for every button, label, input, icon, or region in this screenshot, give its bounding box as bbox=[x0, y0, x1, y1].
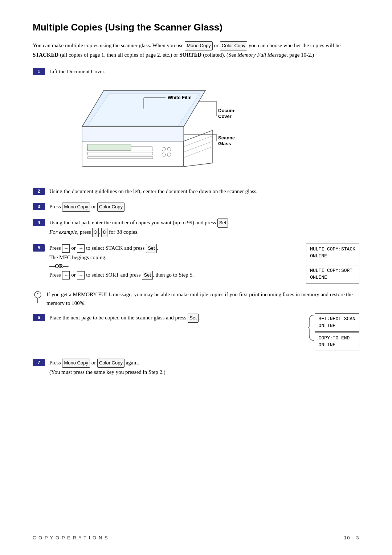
svg-line-9 bbox=[184, 136, 213, 147]
step-3: 3 Press Mono Copy or Color Copy. bbox=[33, 202, 359, 212]
intro-text1: You can make multiple copies using the s… bbox=[33, 42, 184, 48]
svg-rect-8 bbox=[87, 144, 131, 151]
stacked-label: STACKED bbox=[33, 52, 58, 58]
svg-point-5 bbox=[167, 147, 171, 151]
step3-color-copy: Color Copy bbox=[97, 203, 124, 212]
step-2: 2 Using the document guidelines on the l… bbox=[33, 187, 359, 196]
svg-text:Glass: Glass bbox=[218, 141, 231, 146]
step4-key3: 3 bbox=[92, 228, 98, 237]
color-copy-button-ref: Color Copy bbox=[220, 41, 247, 50]
steps-list-continued: 6 Place the next page to be copied on th… bbox=[33, 313, 359, 376]
step7-color-copy: Color Copy bbox=[97, 359, 124, 368]
brace-svg bbox=[307, 313, 315, 342]
step-5-number: 5 bbox=[33, 244, 45, 252]
svg-point-4 bbox=[162, 147, 166, 151]
step-1-content: Lift the Document Cover. bbox=[49, 67, 359, 180]
memory-full-ref: Memory Full Message bbox=[238, 52, 287, 58]
svg-point-28 bbox=[37, 293, 38, 294]
note-block: If you get a MEMORY FULL message, you ma… bbox=[33, 290, 359, 307]
step-4-number: 4 bbox=[33, 219, 45, 226]
svg-point-6 bbox=[162, 153, 166, 156]
footer: C O P Y O P E R A T I O N S 10 - 3 bbox=[0, 535, 392, 540]
step5-lcd-displays: MULTI COPY:STACK ONLINE MULTI COPY:SORT … bbox=[299, 244, 359, 283]
step6-lcd1: SET:NEXT SCAN ONLINE bbox=[315, 313, 359, 332]
step3-mono-copy: Mono Copy bbox=[62, 203, 90, 212]
step-3-number: 3 bbox=[33, 203, 45, 210]
step-1-number: 1 bbox=[33, 68, 45, 75]
svg-point-7 bbox=[167, 153, 171, 156]
sorted-label: SORTED bbox=[179, 52, 201, 58]
step4-key8: 8 bbox=[101, 228, 107, 237]
svg-rect-2 bbox=[87, 152, 153, 155]
step-7-number: 7 bbox=[33, 359, 45, 366]
step-3-content: Press Mono Copy or Color Copy. bbox=[49, 202, 359, 212]
step-4: 4 Using the dial pad, enter the number o… bbox=[33, 218, 359, 237]
step-2-number: 2 bbox=[33, 188, 45, 195]
svg-text:Scanner: Scanner bbox=[218, 135, 234, 140]
svg-text:Cover: Cover bbox=[218, 114, 232, 119]
step-5-content: Press ← or → to select STACK and press S… bbox=[49, 244, 359, 283]
step-5: 5 Press ← or → to select STACK and press… bbox=[33, 244, 359, 283]
scanner-svg: White Film Document Cover Scanner Glass bbox=[60, 79, 234, 174]
svg-rect-3 bbox=[87, 156, 153, 159]
step6-lcd2: COPY:TO END ONLINE bbox=[315, 332, 359, 351]
scanner-diagram: White Film Document Cover Scanner Glass bbox=[60, 79, 234, 174]
svg-text:White Film: White Film bbox=[168, 95, 192, 100]
step5-set-btn2: Set bbox=[142, 271, 153, 280]
footer-right: 10 - 3 bbox=[344, 535, 359, 540]
step-2-content: Using the document guidelines on the lef… bbox=[49, 187, 359, 196]
step6-text-block: Place the next page to be copied on the … bbox=[49, 313, 307, 323]
svg-rect-12 bbox=[82, 127, 184, 142]
step6-lcd-display: SET:NEXT SCAN ONLINE COPY:TO END ONLINE bbox=[315, 313, 359, 352]
svg-line-11 bbox=[184, 147, 213, 158]
step-7-content: Press Mono Copy or Color Copy again. (Yo… bbox=[49, 358, 359, 376]
step-6-content: Place the next page to be copied on the … bbox=[49, 313, 359, 352]
step5-text-block: Press ← or → to select STACK and press S… bbox=[49, 244, 291, 280]
note-text: If you get a MEMORY FULL message, you ma… bbox=[46, 290, 359, 307]
page-title: Multiple Copies (Using the Scanner Glass… bbox=[33, 22, 359, 33]
step-6: 6 Place the next page to be copied on th… bbox=[33, 313, 359, 352]
step4-example-label: For example bbox=[49, 229, 77, 235]
step-6-number: 6 bbox=[33, 314, 45, 321]
svg-text:Document: Document bbox=[218, 108, 234, 113]
footer-left: C O P Y O P E R A T I O N S bbox=[33, 535, 108, 540]
step4-set-btn: Set bbox=[217, 219, 228, 228]
steps-list: 1 Lift the Document Cover. bbox=[33, 67, 359, 283]
step5-set-btn1: Set bbox=[146, 244, 157, 253]
svg-line-10 bbox=[184, 141, 213, 152]
step7-mono-copy: Mono Copy bbox=[62, 359, 90, 368]
step-4-content: Using the dial pad, enter the number of … bbox=[49, 218, 359, 237]
note-icon bbox=[33, 291, 43, 304]
step5-lcd1: MULTI COPY:STACK ONLINE bbox=[306, 244, 359, 262]
intro-paragraph: You can make multiple copies using the s… bbox=[33, 41, 359, 59]
mono-copy-button-ref: Mono Copy bbox=[185, 41, 212, 50]
step-7: 7 Press Mono Copy or Color Copy again. (… bbox=[33, 358, 359, 376]
step5-lcd2: MULTI COPY:SORT ONLINE bbox=[306, 265, 359, 283]
step6-set-btn: Set bbox=[188, 314, 199, 323]
step-1: 1 Lift the Document Cover. bbox=[33, 67, 359, 180]
svg-point-26 bbox=[34, 291, 41, 298]
